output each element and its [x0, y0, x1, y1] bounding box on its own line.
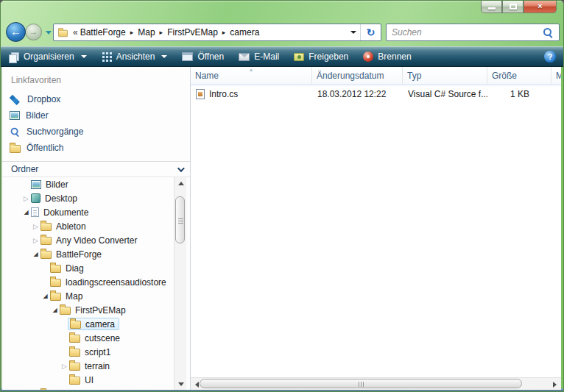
breadcrumb-separator-icon[interactable]: ▸	[155, 29, 168, 36]
search-input[interactable]: Suchen	[386, 24, 560, 41]
tree-item-label: Ableton	[56, 221, 86, 232]
selected-item-highlight[interactable]: camera	[68, 318, 119, 330]
breadcrumb-separator-icon[interactable]: ▸	[218, 29, 230, 36]
tree-item-ableton[interactable]: ▷ Ableton	[2, 219, 190, 233]
tree-item-desktop[interactable]: ▷ Desktop	[2, 191, 190, 205]
column-header-modified[interactable]: Änderungsdatum	[312, 67, 403, 84]
breadcrumb-battleforge[interactable]: BattleForge	[80, 27, 126, 38]
recent-pages-dropdown-icon[interactable]	[46, 31, 52, 35]
tree-item-battleforge[interactable]: ◢ BattleForge	[2, 247, 190, 261]
expander-expanded-icon[interactable]: ◢	[40, 293, 50, 299]
expander-collapsed-icon[interactable]: ▷	[31, 223, 40, 230]
open-icon	[182, 52, 193, 61]
scroll-up-button[interactable]	[175, 177, 187, 189]
burn-button[interactable]: Brennen	[363, 51, 411, 62]
tree-scrollbar-thumb[interactable]	[175, 196, 185, 243]
address-history-dropdown[interactable]	[347, 24, 360, 40]
tree-item-terrain[interactable]: ▷ terrain	[2, 359, 190, 373]
tree-item-label: Map	[66, 291, 82, 302]
tree-item-label: script1	[85, 347, 110, 357]
breadcrumb-overflow[interactable]: «	[68, 27, 80, 38]
help-icon: ?	[548, 52, 553, 61]
organize-button[interactable]: Organisieren	[8, 51, 87, 63]
breadcrumb-firstpvemap[interactable]: FirstPvEMap	[167, 27, 218, 38]
column-header-size[interactable]: Größe	[487, 67, 551, 84]
refresh-button[interactable]: ↻	[360, 24, 381, 40]
breadcrumb-map[interactable]: Map	[138, 27, 155, 38]
tree-item-camera-selected[interactable]: camera	[2, 317, 190, 331]
favorite-label: Suchvorgänge	[27, 126, 83, 137]
favorite-bilder[interactable]: Bilder	[2, 107, 190, 124]
title-glass-area: × ← → « BattleForge ▸ Map ▸ FirstPvEMap …	[1, 1, 563, 46]
tree-item-firstpvemap[interactable]: ◢ FirstPvEMap	[2, 303, 190, 317]
email-button[interactable]: E-Mail	[239, 51, 279, 62]
scroll-right-button[interactable]	[549, 378, 561, 390]
expander-collapsed-icon[interactable]: ▷	[21, 195, 31, 202]
expander-collapsed-icon[interactable]: ▷	[60, 363, 69, 370]
minimize-icon	[488, 7, 496, 10]
tree-item-diag[interactable]: Diag	[2, 261, 190, 275]
maximize-button[interactable]	[502, 1, 524, 13]
breadcrumb-camera[interactable]: camera	[230, 27, 259, 38]
tree-item-script1[interactable]: script1	[2, 345, 190, 359]
column-label: Name	[195, 71, 219, 81]
horizontal-scrollbar[interactable]	[191, 377, 561, 390]
file-row-intro-cs[interactable]: Intro.cs 18.03.2012 12:22 Visual C# Sour…	[191, 87, 561, 101]
horizontal-scrollbar-thumb[interactable]	[200, 379, 522, 388]
favorite-dropbox[interactable]: Dropbox	[2, 91, 190, 107]
tree-item-bilder[interactable]: Bilder	[2, 177, 190, 191]
folder-icon	[40, 251, 52, 259]
column-label: Größe	[492, 71, 517, 81]
column-label: Typ	[407, 71, 421, 81]
dropbox-icon	[10, 94, 21, 104]
column-header-name[interactable]: ▴ Name	[191, 67, 312, 84]
tree-item-map[interactable]: ◢ Map	[2, 289, 190, 303]
help-button[interactable]: ?	[544, 51, 556, 63]
folder-icon	[50, 279, 61, 287]
column-label: Änderungsdatum	[317, 71, 384, 81]
expander-expanded-icon[interactable]: ◢	[50, 307, 60, 313]
tree-item-ui[interactable]: UI	[2, 373, 190, 387]
expander-expanded-icon[interactable]: ◢	[31, 251, 40, 257]
document-icon	[31, 207, 39, 217]
minimize-button[interactable]	[481, 1, 502, 13]
file-modified: 18.03.2012 12:22	[312, 89, 403, 99]
tree-scrollbar[interactable]	[174, 177, 186, 390]
share-button[interactable]: Freigeben	[294, 51, 348, 62]
command-toolbar: Organisieren Ansichten Öffnen E-Mail Fre…	[1, 46, 563, 67]
expander-collapsed-icon[interactable]: ▷	[31, 237, 40, 244]
expander-expanded-icon[interactable]: ◢	[21, 209, 31, 215]
tree-item-cutscene[interactable]: cutscene	[2, 331, 190, 345]
email-icon	[239, 53, 250, 61]
folder-icon	[40, 223, 52, 231]
folder-icon	[50, 265, 61, 273]
maximize-icon	[510, 4, 517, 10]
favorite-oeffentlich[interactable]: Öffentlich	[2, 140, 190, 156]
close-button[interactable]: ×	[524, 1, 557, 13]
cs-file-icon	[196, 89, 205, 99]
favorite-suchvorgaenge[interactable]: Suchvorgänge	[2, 124, 190, 140]
tree-item-label: loadingscreensaudiostore	[66, 277, 166, 288]
chevron-down-icon[interactable]	[177, 165, 185, 172]
scroll-down-button[interactable]	[175, 378, 187, 390]
burn-label: Brennen	[378, 51, 411, 62]
search-icon	[10, 126, 21, 137]
open-button[interactable]: Öffnen	[182, 51, 224, 62]
column-header-type[interactable]: Typ	[403, 67, 487, 84]
refresh-icon: ↻	[367, 26, 376, 38]
share-label: Freigeben	[309, 51, 348, 62]
back-button[interactable]: ←	[6, 22, 26, 42]
favorite-label: Dropbox	[27, 94, 60, 104]
column-header-ma[interactable]: Ma	[551, 67, 561, 84]
tree-item-any-video-converter[interactable]: ▷ Any Video Converter	[2, 233, 190, 247]
forward-button[interactable]: →	[25, 24, 42, 40]
folders-header[interactable]: Ordner	[2, 161, 190, 177]
breadcrumb-separator-icon[interactable]: ▸	[126, 29, 138, 36]
tree-item-partial[interactable]	[2, 387, 190, 390]
file-size: 1 KB	[487, 89, 551, 99]
views-button[interactable]: Ansichten	[102, 51, 168, 62]
views-label: Ansichten	[116, 51, 155, 62]
address-bar[interactable]: « BattleForge ▸ Map ▸ FirstPvEMap ▸ came…	[53, 24, 381, 41]
tree-item-dokumente[interactable]: ◢ Dokumente	[2, 205, 190, 219]
tree-item-loadingscreensaudiostore[interactable]: loadingscreensaudiostore	[2, 275, 190, 289]
